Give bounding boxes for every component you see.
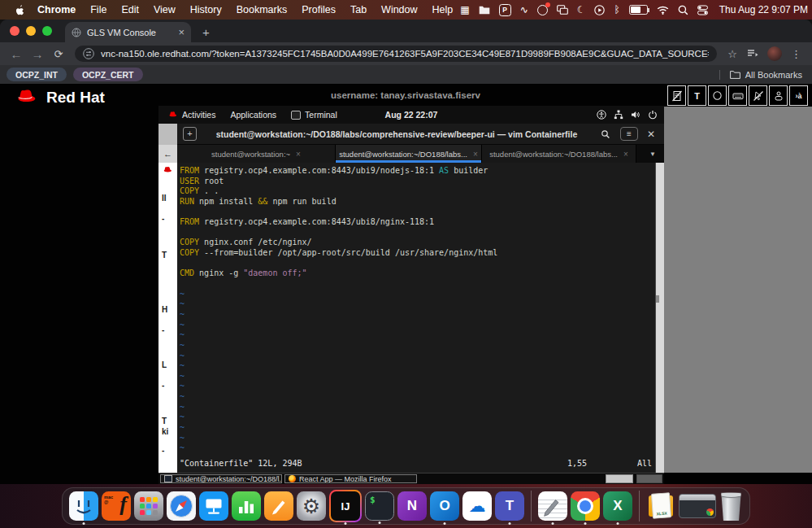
terminal-tab-close-icon[interactable]: × <box>296 150 301 159</box>
menu-profiles[interactable]: Profiles <box>294 4 343 15</box>
vim-tilde-line: ~ <box>180 434 654 444</box>
swoosh-app-icon[interactable]: ∿ <box>520 5 528 15</box>
clipboard-disabled-icon[interactable] <box>667 85 686 106</box>
dock-icon-pages[interactable] <box>264 491 293 521</box>
terminal-tab-list-caret-icon[interactable]: ▼ <box>641 145 664 163</box>
vim-tilde: ~ <box>180 321 185 329</box>
spotlight-icon[interactable] <box>678 5 688 15</box>
now-playing-icon[interactable] <box>594 5 605 15</box>
workspace-2[interactable] <box>636 474 662 483</box>
bookmark-star-icon[interactable]: ☆ <box>723 48 741 60</box>
new-terminal-tab-button[interactable]: + <box>183 127 197 141</box>
taskbar-button-2[interactable]: React App — Mozilla Firefox <box>284 474 417 483</box>
terminal-title-bar[interactable]: + student@workstation:~/DO188/labs/compr… <box>177 124 664 145</box>
activities-button[interactable]: Activities <box>165 106 223 124</box>
menu-file[interactable]: File <box>83 4 114 15</box>
on-screen-keyboard-icon[interactable] <box>728 85 747 106</box>
grid-app-icon[interactable]: ▦ <box>460 5 469 15</box>
kebab-menu-icon[interactable]: ⋮ <box>787 48 805 60</box>
address-bar[interactable]: vnc-na150.ole.redhat.com/?token=A1373245… <box>75 46 717 62</box>
bookmark-ocpz_int[interactable]: OCPZ_INT <box>7 68 67 81</box>
menu-view[interactable]: View <box>146 4 183 15</box>
background-back-arrow-icon[interactable]: ← <box>158 145 177 163</box>
accessibility-icon[interactable] <box>597 110 606 120</box>
taskbar-button-1[interactable]: student@workstation:~/DO188/l... <box>160 474 282 483</box>
minimize-window-button[interactable] <box>26 26 36 36</box>
all-bookmarks[interactable]: All Bookmarks <box>719 70 802 80</box>
dock-icon-numbers[interactable] <box>232 491 261 521</box>
volume-icon[interactable] <box>631 110 640 120</box>
background-window-sliver[interactable]: ← II-TH-L-Tki- <box>158 124 177 473</box>
menu-bar-clock[interactable]: Thu Aug 22 9:07 PM <box>719 4 808 15</box>
dock-icon-intellij-idea[interactable]: IJ <box>329 490 362 522</box>
power-icon[interactable] <box>648 110 658 120</box>
bluetooth-icon[interactable]: ᛒ <box>614 5 619 15</box>
terminal-tab-close-icon[interactable]: × <box>473 150 478 159</box>
terminal-tab-1[interactable]: student@workstation:~× <box>177 145 336 163</box>
dock-icon-keynote[interactable] <box>199 491 228 521</box>
terminal-viewport[interactable]: FROM registry.ocp4.example.com:8443/ubi9… <box>177 163 664 473</box>
menu-tab[interactable]: Tab <box>343 4 374 15</box>
control-center-icon[interactable] <box>697 5 708 15</box>
dock-icon-downloads-stack[interactable]: XLSX <box>646 491 675 521</box>
do-not-disturb-icon[interactable]: ☾ <box>577 5 586 15</box>
menu-bookmarks[interactable]: Bookmarks <box>229 4 295 15</box>
dock-icon-outlook[interactable]: O <box>430 491 459 521</box>
tab-close-icon[interactable]: × <box>178 26 185 38</box>
applications-menu[interactable]: Applications <box>223 106 284 124</box>
input-method-icon[interactable]: ›à <box>789 85 808 106</box>
user-session-icon[interactable] <box>769 85 788 106</box>
password-manager-icon[interactable]: P <box>499 4 511 16</box>
back-button[interactable]: ← <box>7 47 26 61</box>
dock-icon-chrome[interactable] <box>571 491 600 521</box>
terminal-close-button[interactable]: ✕ <box>644 129 658 140</box>
refresh-circle-icon[interactable] <box>708 85 727 106</box>
profile-avatar[interactable] <box>767 46 782 61</box>
site-settings-icon[interactable] <box>83 48 94 59</box>
reading-list-icon[interactable] <box>743 49 762 59</box>
dock-icon-mac-f[interactable]: mac@f <box>102 491 131 521</box>
battery-icon[interactable] <box>629 5 648 15</box>
terminal-app-menu[interactable]: Terminal <box>284 106 345 124</box>
reload-button[interactable]: ⟳ <box>49 48 68 60</box>
terminal-tab-close-icon[interactable]: × <box>623 150 628 159</box>
menu-help[interactable]: Help <box>425 4 461 15</box>
dock-icon-textedit[interactable] <box>538 491 567 521</box>
files-app-icon[interactable] <box>479 6 490 15</box>
dock-icon-terminal[interactable]: $ <box>365 491 394 521</box>
dock-icon-minimized-window[interactable] <box>679 494 716 518</box>
dock-icon-trash[interactable] <box>719 491 743 521</box>
workspace-1[interactable] <box>606 474 633 483</box>
screen-mirroring-icon[interactable] <box>557 5 568 15</box>
wifi-icon[interactable] <box>657 6 669 15</box>
running-indicator-dot <box>444 522 446 525</box>
network-icon[interactable] <box>614 110 623 120</box>
dock-icon-safari[interactable] <box>167 491 196 521</box>
new-tab-button[interactable]: + <box>202 25 210 39</box>
dock-icon-onenote[interactable]: N <box>397 491 427 521</box>
dock-icon-teams[interactable]: T <box>495 491 524 521</box>
terminal-menu-button[interactable]: ≡ <box>620 127 638 141</box>
maximize-window-button[interactable] <box>42 26 52 36</box>
menu-window[interactable]: Window <box>374 4 424 15</box>
menu-chrome[interactable]: Chrome <box>30 4 83 15</box>
menu-edit[interactable]: Edit <box>114 4 146 15</box>
browser-tab[interactable]: GLS VM Console × <box>65 22 191 42</box>
dock-icon-finder[interactable] <box>69 491 98 521</box>
close-window-button[interactable] <box>10 26 20 36</box>
terminal-tab-2[interactable]: student@workstation:~/DO188/labs...× <box>336 145 482 163</box>
dock-icon-onedrive[interactable]: ☁ <box>462 491 492 521</box>
dock-icon-launchpad[interactable] <box>134 491 163 521</box>
terminal-search-icon[interactable] <box>597 129 614 139</box>
terminal-tab-3[interactable]: student@workstation:~/DO188/labs...× <box>482 145 636 163</box>
text-input-icon[interactable]: T <box>688 85 706 106</box>
mouse-disabled-icon[interactable] <box>749 85 767 106</box>
dock-icon-excel[interactable]: X <box>603 491 632 521</box>
terminal-scrollbar[interactable] <box>655 163 664 473</box>
dock-icon-system-settings[interactable]: ⚙ <box>297 491 326 521</box>
menu-history[interactable]: History <box>183 4 229 15</box>
notification-app-icon[interactable] <box>537 5 548 15</box>
apple-menu-icon[interactable] <box>15 4 25 16</box>
forward-button[interactable]: → <box>28 47 47 61</box>
bookmark-ocpz_cert[interactable]: OCPZ_CERT <box>73 68 143 81</box>
